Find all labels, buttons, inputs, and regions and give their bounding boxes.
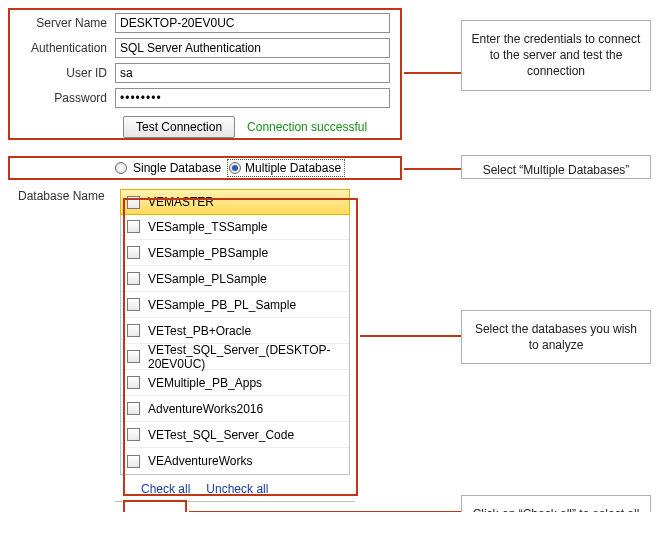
list-item-label: VETest_SQL_Server_Code [148, 428, 294, 442]
connection-status: Connection successful [247, 120, 367, 134]
checkbox-icon[interactable] [127, 428, 140, 441]
checkbox-icon[interactable] [127, 196, 140, 209]
password-input[interactable] [115, 88, 390, 108]
annotation-credentials: Enter the credentials to connect to the … [461, 20, 651, 91]
authentication-input[interactable] [115, 38, 390, 58]
single-database-label: Single Database [133, 161, 221, 175]
user-id-label: User ID [10, 66, 115, 80]
list-item-label: VESample_TSSample [148, 220, 267, 234]
checkbox-icon[interactable] [127, 324, 140, 337]
list-item[interactable]: VETest_SQL_Server_(DESKTOP-20EV0UC) [121, 344, 349, 370]
uncheck-all-button[interactable]: Uncheck all [200, 480, 274, 498]
annotation-select-dbs: Select the databases you wish to analyze [461, 310, 651, 364]
list-item[interactable]: VESample_PB_PL_Sample [121, 292, 349, 318]
connector-line [189, 511, 461, 512]
test-connection-button[interactable]: Test Connection [123, 116, 235, 138]
list-item[interactable]: VETest_SQL_Server_Code [121, 422, 349, 448]
list-item[interactable]: VEMultiple_PB_Apps [121, 370, 349, 396]
checkbox-icon[interactable] [127, 455, 140, 468]
checkbox-icon[interactable] [127, 350, 140, 363]
user-id-input[interactable] [115, 63, 390, 83]
list-item[interactable]: VESample_PLSample [121, 266, 349, 292]
database-mode-row: Single Database Multiple Database [115, 157, 390, 179]
list-item-label: VETest_PB+Oracle [148, 324, 251, 338]
server-name-label: Server Name [10, 16, 115, 30]
list-item-label: VEMultiple_PB_Apps [148, 376, 262, 390]
list-item-label: VETest_SQL_Server_(DESKTOP-20EV0UC) [148, 343, 343, 371]
list-item[interactable]: VEMASTER [120, 189, 350, 215]
list-item-label: VESample_PBSample [148, 246, 268, 260]
connector-line [404, 168, 461, 170]
multiple-database-label: Multiple Database [245, 161, 341, 175]
checkbox-icon[interactable] [127, 246, 140, 259]
list-item[interactable]: VESample_PBSample [121, 240, 349, 266]
list-item[interactable]: VESample_TSSample [121, 214, 349, 240]
checkbox-icon[interactable] [127, 272, 140, 285]
database-list[interactable]: VEMASTER VESample_TSSample VESample_PBSa… [120, 189, 350, 475]
list-item[interactable]: VETest_PB+Oracle [121, 318, 349, 344]
checkbox-icon[interactable] [127, 220, 140, 233]
list-item-label: VESample_PB_PL_Sample [148, 298, 296, 312]
connector-line [404, 72, 461, 74]
annotation-check-all: Click on “Check all” to select all datab… [461, 495, 651, 512]
single-database-radio[interactable] [115, 162, 127, 174]
list-item-label: AdventureWorks2016 [148, 402, 263, 416]
checkbox-icon[interactable] [127, 402, 140, 415]
server-name-input[interactable] [115, 13, 390, 33]
authentication-label: Authentication [10, 41, 115, 55]
list-item-label: VESample_PLSample [148, 272, 267, 286]
list-item-label: VEMASTER [148, 195, 214, 209]
multiple-database-radio[interactable] [229, 162, 241, 174]
check-all-button[interactable]: Check all [135, 480, 196, 498]
list-item-label: VEAdventureWorks [148, 454, 253, 468]
list-item[interactable]: AdventureWorks2016 [121, 396, 349, 422]
credentials-form: Server Name Authentication User ID Passw… [10, 10, 390, 502]
checkbox-icon[interactable] [127, 376, 140, 389]
password-label: Password [10, 91, 115, 105]
list-item[interactable]: VEAdventureWorks [121, 448, 349, 474]
checkbox-icon[interactable] [127, 298, 140, 311]
annotation-multiple: Select “Multiple Databases” [461, 155, 651, 179]
